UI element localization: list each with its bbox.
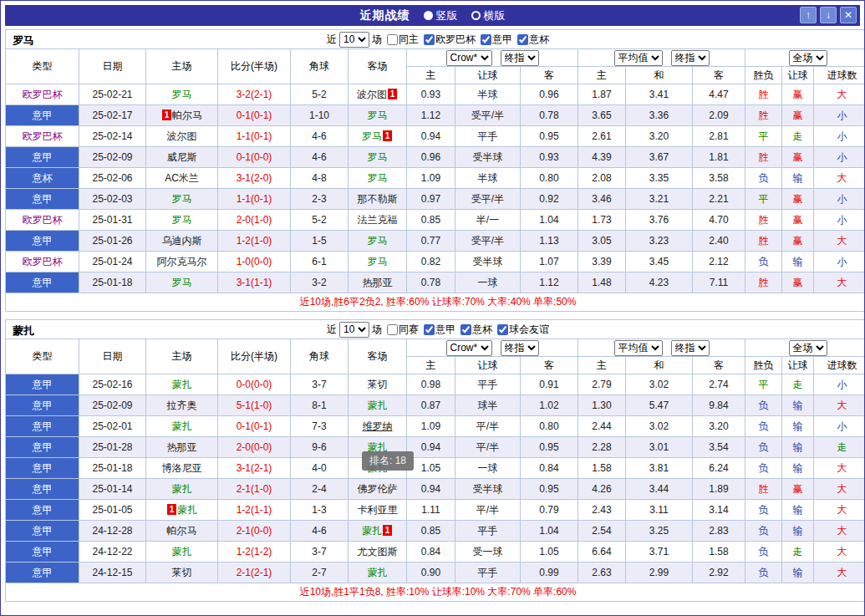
same-competition-checkbox[interactable]: [387, 324, 398, 335]
average-mode-select[interactable]: 终指: [671, 340, 710, 356]
average-mode-select[interactable]: 终指: [671, 50, 710, 66]
move-up-button[interactable]: ↑: [800, 7, 817, 23]
away-team-name[interactable]: 蒙扎: [368, 567, 388, 578]
serie-a-filter[interactable]: 意甲: [424, 323, 455, 337]
club-friendly-filter[interactable]: 球会友谊: [497, 323, 549, 337]
away-odds-cell: 0.93: [521, 147, 578, 168]
europa-league-filter[interactable]: 欧罗巴杯: [424, 33, 476, 47]
odds-source-select[interactable]: Crow*: [446, 50, 492, 66]
avg-draw-cell: 3.81: [626, 458, 693, 479]
away-team-name[interactable]: 法兰克福: [358, 214, 398, 226]
home-team-cell: 蒙扎: [146, 416, 218, 437]
home-team-name[interactable]: 波尔图: [167, 130, 197, 142]
avg-home-cell: 2.54: [578, 521, 626, 542]
away-team-name[interactable]: 波尔图: [357, 89, 387, 100]
result-cell: 胜: [745, 105, 782, 126]
away-team-name[interactable]: 蒙扎: [368, 400, 388, 411]
league-cell: 意甲: [6, 563, 79, 583]
away-team-name[interactable]: 罗马: [362, 130, 382, 142]
radio-button-icon[interactable]: [471, 11, 481, 20]
average-select[interactable]: 平均值: [614, 50, 663, 66]
italy-cup-filter[interactable]: 意杯: [517, 33, 549, 47]
same-venue-filter[interactable]: 同主: [387, 33, 419, 47]
match-row: 意甲25-02-09拉齐奥5-1(1-0)8-1蒙扎0.87球半1.021.30…: [6, 395, 865, 416]
home-team-name[interactable]: 罗马: [172, 89, 192, 100]
home-team-name[interactable]: 博洛尼亚: [162, 462, 202, 474]
scope-select[interactable]: 全场: [789, 50, 827, 66]
europa-league-checkbox[interactable]: [424, 34, 435, 45]
italy-cup-checkbox[interactable]: [517, 34, 528, 45]
home-team-name[interactable]: 蒙扎: [172, 483, 192, 495]
odds-mode-select[interactable]: 终指: [501, 50, 539, 66]
serie-a-filter[interactable]: 意甲: [481, 33, 512, 47]
club-friendly-checkbox[interactable]: [497, 324, 508, 335]
score-cell: 1-1(0-1): [218, 126, 291, 147]
goals-cell: 大: [814, 521, 865, 542]
match-count-select[interactable]: 10: [339, 32, 369, 48]
home-team-name[interactable]: 罗马: [172, 214, 192, 226]
radio-vertical-layout[interactable]: 竖版: [424, 8, 458, 23]
odds-source-select[interactable]: Crow*: [446, 340, 492, 356]
move-down-button[interactable]: ↓: [820, 7, 837, 23]
home-team-name[interactable]: 蒙扎: [177, 504, 197, 516]
handicap-cell: 一球: [455, 458, 521, 479]
away-team-name[interactable]: 热那亚: [363, 277, 393, 288]
serie-a-checkbox[interactable]: [481, 34, 491, 45]
home-team-name[interactable]: 帕尔马: [167, 525, 197, 537]
home-team-cell: 波尔图: [146, 126, 218, 147]
home-team-name[interactable]: 威尼斯: [167, 151, 197, 163]
home-team-name[interactable]: 热那亚: [167, 441, 197, 453]
col-goals: 进球数: [814, 67, 865, 84]
radio-horizontal-layout[interactable]: 横版: [471, 8, 506, 23]
away-odds-cell: 0.91: [521, 374, 578, 395]
match-count-select[interactable]: 10: [339, 322, 369, 338]
away-team-name[interactable]: 罗马: [368, 109, 388, 121]
italy-cup-checkbox[interactable]: [460, 324, 471, 335]
scope-select[interactable]: 全场: [789, 340, 827, 356]
radio-button-icon[interactable]: [424, 11, 433, 20]
away-team-name[interactable]: 维罗纳: [363, 420, 393, 432]
home-team-name[interactable]: 帕尔马: [172, 109, 202, 121]
avg-away-cell: 9.84: [693, 395, 745, 416]
home-team-cell: 莱切: [146, 563, 218, 583]
away-team-name[interactable]: 那不勒斯: [358, 193, 398, 205]
same-venue-checkbox[interactable]: [387, 34, 398, 45]
home-team-name[interactable]: 莱切: [172, 567, 192, 578]
result-cell: 胜: [745, 272, 782, 293]
home-team-name[interactable]: 蒙扎: [172, 420, 192, 432]
serie-a-checkbox[interactable]: [424, 324, 435, 335]
away-team-name[interactable]: 莱切: [368, 379, 388, 390]
home-team-name[interactable]: 阿尔克马尔: [157, 256, 207, 267]
away-team-name[interactable]: 罗马: [368, 256, 388, 267]
home-team-name[interactable]: 罗马: [172, 193, 192, 205]
away-odds-cell: 0.78: [521, 105, 578, 126]
home-team-cell: 罗马: [146, 189, 218, 210]
away-team-name[interactable]: 尤文图斯: [358, 546, 398, 557]
home-team-name[interactable]: 拉齐奥: [167, 400, 197, 411]
same-competition-filter[interactable]: 同赛: [387, 323, 419, 337]
home-team-name[interactable]: 乌迪内斯: [162, 235, 202, 247]
home-team-name[interactable]: AC米兰: [165, 172, 199, 184]
close-button[interactable]: ✕: [840, 7, 857, 23]
away-odds-cell: 0.79: [521, 500, 578, 521]
away-team-name[interactable]: 佛罗伦萨: [358, 483, 398, 495]
away-team-name[interactable]: 卡利亚里: [358, 504, 398, 516]
average-select[interactable]: 平均值: [614, 340, 663, 356]
away-team-name[interactable]: 罗马: [368, 172, 388, 184]
away-team-name[interactable]: 蒙扎: [362, 525, 382, 537]
home-team-name[interactable]: 蒙扎: [172, 379, 192, 390]
home-team-cell: AC米兰: [146, 168, 218, 189]
match-row: 意甲24-12-22蒙扎1-2(1-2)3-7尤文图斯0.84受一球1.056.…: [6, 542, 865, 563]
away-team-name[interactable]: 罗马: [368, 235, 388, 247]
handicap-cell: 受平/半: [455, 189, 521, 210]
home-team-name[interactable]: 罗马: [172, 277, 192, 288]
italy-cup-filter[interactable]: 意杯: [460, 323, 492, 337]
odds-mode-select[interactable]: 终指: [501, 340, 539, 356]
away-team-name[interactable]: 罗马: [368, 151, 388, 163]
away-team-cell: 波尔图1: [349, 84, 407, 105]
goals-cell: 大: [814, 84, 865, 105]
home-team-name[interactable]: 蒙扎: [172, 546, 192, 557]
red-card-icon: 1: [388, 89, 397, 99]
score-cell: 1-1(0-1): [218, 189, 291, 210]
avg-draw-cell: 3.23: [626, 231, 693, 252]
